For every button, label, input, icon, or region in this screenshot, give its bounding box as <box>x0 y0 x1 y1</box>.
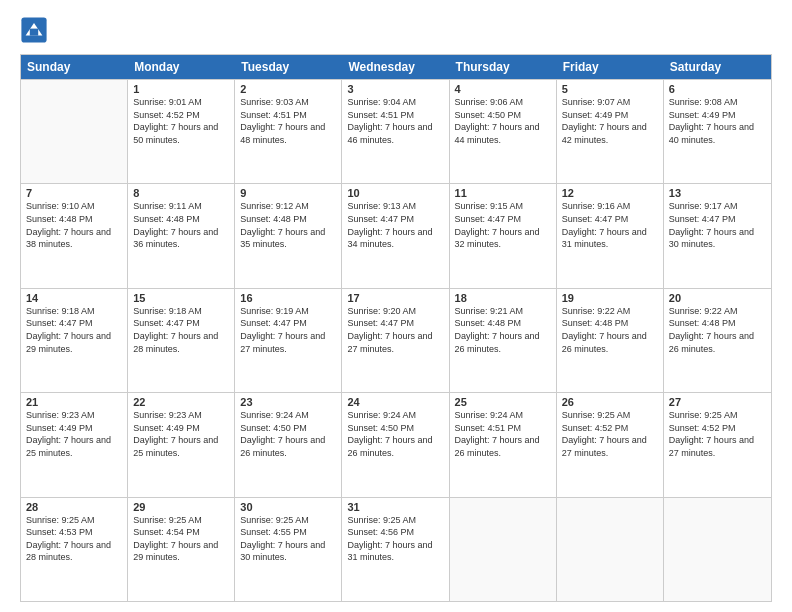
day-info: Sunrise: 9:08 AMSunset: 4:49 PMDaylight:… <box>669 96 766 146</box>
day-number: 11 <box>455 187 551 199</box>
calendar-cell: 5Sunrise: 9:07 AMSunset: 4:49 PMDaylight… <box>557 80 664 183</box>
calendar-cell: 29Sunrise: 9:25 AMSunset: 4:54 PMDayligh… <box>128 498 235 601</box>
page: SundayMondayTuesdayWednesdayThursdayFrid… <box>0 0 792 612</box>
day-number: 15 <box>133 292 229 304</box>
day-info: Sunrise: 9:17 AMSunset: 4:47 PMDaylight:… <box>669 200 766 250</box>
calendar-cell: 21Sunrise: 9:23 AMSunset: 4:49 PMDayligh… <box>21 393 128 496</box>
day-info: Sunrise: 9:25 AMSunset: 4:53 PMDaylight:… <box>26 514 122 564</box>
day-number: 5 <box>562 83 658 95</box>
day-number: 21 <box>26 396 122 408</box>
calendar-cell: 23Sunrise: 9:24 AMSunset: 4:50 PMDayligh… <box>235 393 342 496</box>
day-number: 13 <box>669 187 766 199</box>
day-info: Sunrise: 9:25 AMSunset: 4:55 PMDaylight:… <box>240 514 336 564</box>
day-info: Sunrise: 9:11 AMSunset: 4:48 PMDaylight:… <box>133 200 229 250</box>
day-number: 14 <box>26 292 122 304</box>
calendar-cell: 8Sunrise: 9:11 AMSunset: 4:48 PMDaylight… <box>128 184 235 287</box>
calendar-cell: 3Sunrise: 9:04 AMSunset: 4:51 PMDaylight… <box>342 80 449 183</box>
day-number: 10 <box>347 187 443 199</box>
day-number: 9 <box>240 187 336 199</box>
calendar-cell: 18Sunrise: 9:21 AMSunset: 4:48 PMDayligh… <box>450 289 557 392</box>
calendar-cell: 19Sunrise: 9:22 AMSunset: 4:48 PMDayligh… <box>557 289 664 392</box>
day-info: Sunrise: 9:10 AMSunset: 4:48 PMDaylight:… <box>26 200 122 250</box>
day-info: Sunrise: 9:06 AMSunset: 4:50 PMDaylight:… <box>455 96 551 146</box>
calendar-cell: 15Sunrise: 9:18 AMSunset: 4:47 PMDayligh… <box>128 289 235 392</box>
calendar-cell: 17Sunrise: 9:20 AMSunset: 4:47 PMDayligh… <box>342 289 449 392</box>
day-info: Sunrise: 9:15 AMSunset: 4:47 PMDaylight:… <box>455 200 551 250</box>
calendar-cell <box>664 498 771 601</box>
day-number: 28 <box>26 501 122 513</box>
day-number: 26 <box>562 396 658 408</box>
day-number: 17 <box>347 292 443 304</box>
day-number: 20 <box>669 292 766 304</box>
day-info: Sunrise: 9:03 AMSunset: 4:51 PMDaylight:… <box>240 96 336 146</box>
calendar-cell: 24Sunrise: 9:24 AMSunset: 4:50 PMDayligh… <box>342 393 449 496</box>
header <box>20 16 772 44</box>
calendar-row: 1Sunrise: 9:01 AMSunset: 4:52 PMDaylight… <box>21 79 771 183</box>
calendar-cell: 30Sunrise: 9:25 AMSunset: 4:55 PMDayligh… <box>235 498 342 601</box>
day-info: Sunrise: 9:20 AMSunset: 4:47 PMDaylight:… <box>347 305 443 355</box>
day-info: Sunrise: 9:21 AMSunset: 4:48 PMDaylight:… <box>455 305 551 355</box>
calendar-cell: 28Sunrise: 9:25 AMSunset: 4:53 PMDayligh… <box>21 498 128 601</box>
calendar-cell: 22Sunrise: 9:23 AMSunset: 4:49 PMDayligh… <box>128 393 235 496</box>
weekday-header: Monday <box>128 55 235 79</box>
day-number: 12 <box>562 187 658 199</box>
calendar-cell: 31Sunrise: 9:25 AMSunset: 4:56 PMDayligh… <box>342 498 449 601</box>
calendar-cell: 16Sunrise: 9:19 AMSunset: 4:47 PMDayligh… <box>235 289 342 392</box>
calendar-row: 7Sunrise: 9:10 AMSunset: 4:48 PMDaylight… <box>21 183 771 287</box>
calendar-cell: 27Sunrise: 9:25 AMSunset: 4:52 PMDayligh… <box>664 393 771 496</box>
day-info: Sunrise: 9:25 AMSunset: 4:54 PMDaylight:… <box>133 514 229 564</box>
day-number: 2 <box>240 83 336 95</box>
weekday-header: Sunday <box>21 55 128 79</box>
day-number: 22 <box>133 396 229 408</box>
calendar-cell: 12Sunrise: 9:16 AMSunset: 4:47 PMDayligh… <box>557 184 664 287</box>
weekday-header: Tuesday <box>235 55 342 79</box>
day-number: 29 <box>133 501 229 513</box>
day-number: 30 <box>240 501 336 513</box>
day-info: Sunrise: 9:25 AMSunset: 4:52 PMDaylight:… <box>669 409 766 459</box>
calendar-cell: 13Sunrise: 9:17 AMSunset: 4:47 PMDayligh… <box>664 184 771 287</box>
calendar-cell: 11Sunrise: 9:15 AMSunset: 4:47 PMDayligh… <box>450 184 557 287</box>
day-info: Sunrise: 9:24 AMSunset: 4:51 PMDaylight:… <box>455 409 551 459</box>
day-info: Sunrise: 9:01 AMSunset: 4:52 PMDaylight:… <box>133 96 229 146</box>
day-number: 8 <box>133 187 229 199</box>
calendar-row: 14Sunrise: 9:18 AMSunset: 4:47 PMDayligh… <box>21 288 771 392</box>
day-info: Sunrise: 9:18 AMSunset: 4:47 PMDaylight:… <box>26 305 122 355</box>
day-number: 6 <box>669 83 766 95</box>
day-info: Sunrise: 9:25 AMSunset: 4:56 PMDaylight:… <box>347 514 443 564</box>
calendar: SundayMondayTuesdayWednesdayThursdayFrid… <box>20 54 772 602</box>
day-number: 4 <box>455 83 551 95</box>
day-number: 1 <box>133 83 229 95</box>
day-number: 18 <box>455 292 551 304</box>
calendar-cell: 25Sunrise: 9:24 AMSunset: 4:51 PMDayligh… <box>450 393 557 496</box>
logo-icon <box>20 16 48 44</box>
calendar-cell: 2Sunrise: 9:03 AMSunset: 4:51 PMDaylight… <box>235 80 342 183</box>
day-info: Sunrise: 9:12 AMSunset: 4:48 PMDaylight:… <box>240 200 336 250</box>
calendar-cell: 26Sunrise: 9:25 AMSunset: 4:52 PMDayligh… <box>557 393 664 496</box>
day-info: Sunrise: 9:22 AMSunset: 4:48 PMDaylight:… <box>669 305 766 355</box>
calendar-header: SundayMondayTuesdayWednesdayThursdayFrid… <box>21 55 771 79</box>
day-info: Sunrise: 9:25 AMSunset: 4:52 PMDaylight:… <box>562 409 658 459</box>
calendar-row: 28Sunrise: 9:25 AMSunset: 4:53 PMDayligh… <box>21 497 771 601</box>
day-info: Sunrise: 9:23 AMSunset: 4:49 PMDaylight:… <box>26 409 122 459</box>
day-number: 3 <box>347 83 443 95</box>
weekday-header: Wednesday <box>342 55 449 79</box>
calendar-body: 1Sunrise: 9:01 AMSunset: 4:52 PMDaylight… <box>21 79 771 601</box>
svg-rect-2 <box>30 29 38 36</box>
logo <box>20 16 52 44</box>
weekday-header: Friday <box>557 55 664 79</box>
day-info: Sunrise: 9:13 AMSunset: 4:47 PMDaylight:… <box>347 200 443 250</box>
day-number: 16 <box>240 292 336 304</box>
day-number: 23 <box>240 396 336 408</box>
day-info: Sunrise: 9:22 AMSunset: 4:48 PMDaylight:… <box>562 305 658 355</box>
calendar-cell: 1Sunrise: 9:01 AMSunset: 4:52 PMDaylight… <box>128 80 235 183</box>
calendar-cell <box>557 498 664 601</box>
calendar-cell: 9Sunrise: 9:12 AMSunset: 4:48 PMDaylight… <box>235 184 342 287</box>
calendar-row: 21Sunrise: 9:23 AMSunset: 4:49 PMDayligh… <box>21 392 771 496</box>
day-info: Sunrise: 9:23 AMSunset: 4:49 PMDaylight:… <box>133 409 229 459</box>
weekday-header: Saturday <box>664 55 771 79</box>
calendar-cell: 20Sunrise: 9:22 AMSunset: 4:48 PMDayligh… <box>664 289 771 392</box>
day-info: Sunrise: 9:04 AMSunset: 4:51 PMDaylight:… <box>347 96 443 146</box>
calendar-cell: 7Sunrise: 9:10 AMSunset: 4:48 PMDaylight… <box>21 184 128 287</box>
day-number: 7 <box>26 187 122 199</box>
calendar-cell <box>21 80 128 183</box>
